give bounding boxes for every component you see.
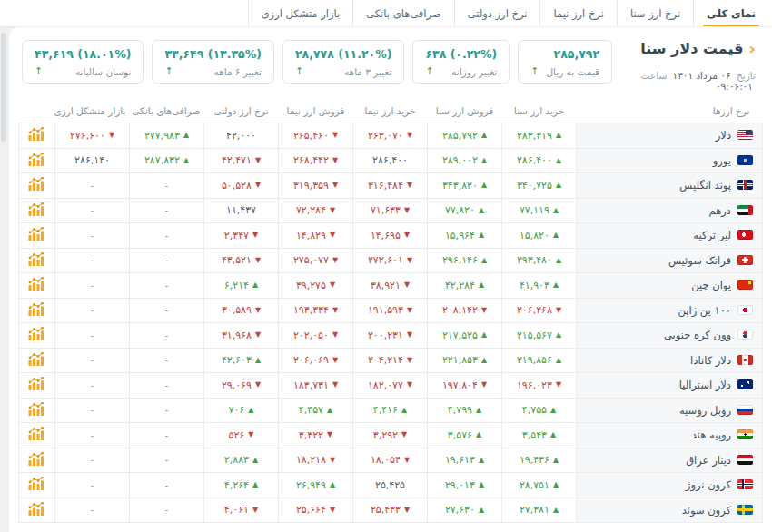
rate-cell: ۱۸,۰۵۴▼ — [353, 448, 428, 473]
rate-cell: ۲۸۷,۸۳۲▲ — [130, 148, 204, 173]
rate-cell: ۲۸۶,۴۰۰ — [353, 148, 428, 173]
tab-1[interactable]: نرخ ارز سنا — [617, 0, 693, 26]
us-flag-icon — [737, 130, 753, 140]
column-header-chart — [19, 99, 55, 123]
trend-up-icon: ▲ — [481, 157, 487, 164]
trend-up-icon: ▲ — [556, 182, 561, 189]
rate-value: ۲۷,۶۳۰ — [445, 504, 475, 516]
column-header-7: بازار متشکل ارزی — [55, 99, 130, 123]
currency-name-cell: روبل روسیه — [577, 398, 763, 423]
chart-icon[interactable] — [28, 502, 45, 516]
rate-cell: - — [130, 198, 204, 223]
ch-flag-icon — [737, 255, 753, 265]
chart-icon[interactable] — [28, 202, 45, 216]
rate-value: ۱۴,۸۲۹ — [296, 230, 326, 241]
chart-icon[interactable] — [28, 227, 45, 241]
table-row: کرون سوئد۲۷,۳۸۱▲۲۷,۶۳۰▲۲۵,۴۳۳▼۲۵,۶۶۴▼۴,۰… — [19, 498, 763, 523]
tab-0[interactable]: نمای کلی — [693, 0, 768, 26]
rate-cell: ۲۵,۶۶۴▼ — [279, 498, 353, 523]
chart-icon[interactable] — [28, 277, 45, 291]
chart-icon[interactable] — [28, 252, 45, 266]
rate-cell: - — [55, 498, 130, 523]
rate-cell: ۳۱۶,۴۸۴▼ — [353, 173, 428, 199]
rate-value: ۲۹۶,۱۴۶ — [442, 254, 478, 266]
trend-down-icon: ▼ — [255, 157, 261, 164]
trend-down-icon: ▼ — [407, 331, 412, 339]
tab-3[interactable]: نرخ ارز دولتی — [454, 0, 540, 26]
chart-icon[interactable] — [28, 352, 45, 366]
rate-cell: ۲۸۶,۴۰۰▲ — [502, 148, 577, 173]
trend-down-icon: ▼ — [255, 257, 261, 264]
rate-cell: - — [55, 173, 130, 199]
rate-value: ۱۹۷,۸۰۴ — [442, 379, 478, 391]
trend-down-icon: ▼ — [332, 157, 338, 164]
currency-name-cell: کرون نروژ — [577, 473, 763, 498]
scrollbar-track[interactable] — [0, 29, 7, 532]
chart-cell — [19, 398, 55, 423]
table-row: وون کره جنوبی۲۱۵,۵۶۷▲۲۱۷,۵۲۵▲۲۰۰,۲۳۱▼۲۰۲… — [19, 323, 763, 349]
empty-value: - — [165, 180, 169, 192]
chart-icon[interactable] — [28, 427, 45, 440]
table-row: درهم۷۷,۱۱۹▲۷۷,۸۲۰▲۷۱,۶۳۳▼۷۲,۲۸۴▼۱۱,۴۳۷-- — [19, 198, 763, 223]
rate-cell: - — [55, 373, 130, 399]
empty-value: - — [91, 330, 94, 341]
rate-cell: ۲۰۰,۲۳۱▼ — [353, 323, 428, 349]
scrollbar-thumb[interactable] — [1, 33, 6, 142]
rate-value: ۷۱,۶۳۳ — [371, 204, 401, 216]
currency-name-cell: یوان چین — [577, 273, 763, 299]
rate-value: ۴۲,۰۰۰ — [226, 130, 256, 142]
trend-up-icon: ↑ — [164, 65, 173, 77]
chart-icon[interactable] — [28, 452, 45, 466]
no-flag-icon — [737, 479, 753, 489]
chart-icon[interactable] — [28, 327, 45, 340]
stat-box-1: ۶۳۸ (۰.۲۲%)تغییر روزانه↑ — [412, 40, 510, 84]
chart-icon[interactable] — [28, 477, 45, 490]
currency-name-cell: دینار عراق — [577, 448, 763, 473]
trend-up-icon: ▲ — [553, 481, 559, 488]
empty-value: - — [91, 429, 94, 441]
chart-icon[interactable] — [28, 402, 45, 416]
chart-icon[interactable] — [28, 177, 45, 191]
currency-name: ۱۰۰ ین ژاپن — [678, 304, 731, 317]
currency-name: پوند انگلیس — [679, 179, 731, 192]
tab-2[interactable]: نرخ ارز نیما — [539, 0, 616, 26]
rate-cell: ۲۸۹,۰۰۲▲ — [428, 148, 502, 173]
tab-5[interactable]: بازار متشکل ارزی — [248, 0, 353, 26]
rate-value: ۱۹,۴۳۶ — [520, 454, 549, 466]
currency-name-cell: ۱۰۰ ین ژاپن — [577, 298, 763, 323]
chart-icon[interactable] — [28, 377, 45, 390]
currency-name: دلار کانادا — [690, 354, 731, 367]
rate-value: ۲۶۸,۴۴۲ — [293, 154, 329, 166]
empty-value: - — [91, 354, 94, 366]
chart-cell — [19, 248, 55, 273]
rate-cell: ۷۷,۱۱۹▲ — [502, 198, 577, 223]
currency-name: لیر ترکیه — [693, 229, 731, 241]
tab-4[interactable]: صرافی‌های بانکی — [352, 0, 453, 26]
stat-boxes: ۲۸۵,۷۹۲قیمت به ریال↑۶۳۸ (۰.۲۲%)تغییر روز… — [22, 40, 612, 84]
trend-up-icon: ▲ — [553, 507, 559, 514]
stat-label: تغییر ۶ ماهه — [214, 66, 262, 77]
rate-value: ۴۱,۹۰۳ — [520, 280, 549, 291]
chart-icon[interactable] — [28, 153, 45, 166]
rate-value: ۱۸,۰۵۴ — [371, 454, 401, 466]
rate-cell: ۲۰۸,۱۴۲▼ — [428, 298, 502, 323]
rate-cell: ۱۹۷,۸۰۴▼ — [428, 373, 502, 399]
rate-value: ۲۶۳,۰۷۰ — [368, 130, 403, 142]
rate-cell: ۴۲,۴۷۱▼ — [204, 148, 279, 173]
time-value: ۰۹:۰۶:۰۱ — [716, 81, 753, 92]
table-row: دلار استرالیا۱۹۶,۰۲۳▼۱۹۷,۸۰۴▼۱۸۲,۰۷۷▼۱۸۳… — [19, 373, 763, 399]
rate-value: ۳,۵۷۶ — [448, 429, 472, 441]
rate-cell: ۱۹۳,۳۳۴▼ — [279, 298, 353, 323]
trend-up-icon: ▲ — [476, 407, 481, 414]
date-value: ۰۶ مرداد ۱۴۰۱ — [673, 70, 731, 81]
currency-name-cell: یورو — [577, 148, 763, 173]
rate-cell: ۲۰۴,۲۱۴▼ — [353, 348, 428, 373]
currency-name-cell: دلار — [577, 123, 763, 149]
chart-icon[interactable] — [28, 302, 45, 316]
empty-value: - — [165, 454, 169, 466]
trend-up-icon: ▲ — [476, 431, 481, 438]
rate-value: ۲۸۷,۸۳۲ — [144, 154, 180, 166]
chart-icon[interactable] — [28, 127, 45, 141]
currency-name: دلار — [716, 129, 731, 142]
rates-table: نرخ ارزهاخرید ارز سنافروش ارز سناخرید ار… — [18, 99, 763, 523]
